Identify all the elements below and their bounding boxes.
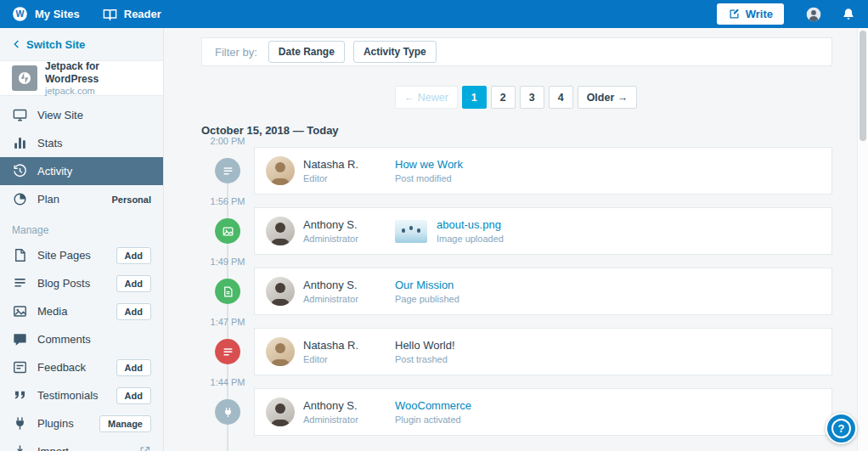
manage-plugins-button[interactable]: Manage — [99, 415, 151, 432]
event-time: 1:56 PM — [201, 196, 254, 206]
add-media-button[interactable]: Add — [116, 303, 151, 320]
actor-name: Anthony S. — [303, 279, 358, 291]
page-1-button[interactable]: 1 — [462, 86, 487, 109]
notifications-button[interactable] — [831, 0, 868, 28]
sidebar-item-feedback[interactable]: Feedback Add — [0, 353, 163, 381]
write-button[interactable]: Write — [717, 3, 784, 25]
activity-type-filter-button[interactable]: Activity Type — [353, 41, 437, 63]
event-card: Natasha R. Editor Hello World! Post tras… — [254, 328, 832, 375]
newer-page-button[interactable]: ← Newer — [395, 86, 458, 109]
chevron-left-icon — [10, 37, 24, 51]
pagination: ← Newer 1 2 3 4 Older → — [164, 86, 868, 109]
sidebar-item-plan[interactable]: Plan Personal — [0, 185, 163, 213]
add-feedback-button[interactable]: Add — [116, 359, 151, 376]
reader-icon — [102, 6, 118, 22]
sidebar-item-site-pages[interactable]: Site Pages Add — [0, 241, 163, 269]
event-action: Post modified — [395, 173, 463, 183]
bell-icon — [841, 7, 856, 22]
avatar — [266, 397, 295, 426]
event-title-link[interactable]: Our Mission — [395, 279, 459, 291]
scrollbar-track — [857, 28, 868, 451]
plan-icon — [12, 191, 28, 207]
event-card: Anthony S. Administrator Our Mission Pag… — [254, 268, 832, 315]
event-title-link[interactable]: How we Work — [395, 158, 463, 171]
comments-icon — [12, 331, 28, 347]
event-card: Natasha R. Editor How we Work Post modif… — [254, 147, 832, 194]
help-button[interactable]: ? — [826, 413, 857, 444]
sidebar-item-label: Comments — [37, 333, 91, 346]
sidebar-item-label: Plan — [37, 193, 59, 206]
avatar — [266, 156, 295, 185]
image-event-icon — [215, 218, 240, 244]
page-3-button[interactable]: 3 — [520, 86, 544, 109]
masthead: W My Sites Reader Write — [0, 0, 868, 28]
activity-event: 1:47 PM Natasha R. Editor Hello World! — [201, 328, 832, 375]
sidebar-item-plugins[interactable]: Plugins Manage — [0, 409, 163, 437]
reader-menu[interactable]: Reader — [91, 0, 172, 28]
avatar — [266, 217, 295, 245]
external-link-icon — [138, 445, 151, 451]
event-card: Anthony S. Administrator about-us.png Im… — [254, 207, 832, 255]
actor-role: Administrator — [303, 414, 358, 425]
wordpress-logo-icon: W — [11, 5, 29, 23]
sidebar-item-testimonials[interactable]: Testimonials Add — [0, 381, 163, 409]
date-range-header: October 15, 2018 — Today — [201, 124, 868, 137]
sidebar-item-comments[interactable]: Comments — [0, 325, 163, 353]
sidebar-item-label: Media — [37, 305, 67, 318]
profile-menu-button[interactable] — [796, 0, 831, 28]
quote-icon — [12, 387, 28, 403]
sidebar-item-label: View Site — [37, 109, 83, 121]
event-time: 1:47 PM — [201, 317, 254, 327]
sidebar-item-view-site[interactable]: View Site — [0, 101, 163, 129]
date-range-filter-button[interactable]: Date Range — [268, 41, 345, 63]
my-sites-label: My Sites — [35, 8, 80, 20]
sidebar-item-label: Site Pages — [37, 249, 91, 262]
page-event-icon — [215, 279, 240, 304]
add-post-button[interactable]: Add — [116, 275, 151, 292]
older-page-button[interactable]: Older → — [578, 86, 638, 109]
plan-badge: Personal — [112, 194, 151, 205]
avatar — [266, 337, 295, 366]
stats-icon — [12, 135, 28, 151]
sidebar-item-media[interactable]: Media Add — [0, 297, 163, 325]
sidebar-item-label: Activity — [37, 165, 72, 178]
jetpack-site-icon — [12, 65, 37, 91]
page-4-button[interactable]: 4 — [549, 86, 573, 109]
my-sites-menu[interactable]: W My Sites — [0, 0, 91, 28]
sidebar-item-activity[interactable]: Activity — [0, 157, 163, 185]
event-title-link[interactable]: WooCommerce — [395, 399, 471, 412]
plugin-icon — [12, 415, 28, 431]
current-site-card[interactable]: Jetpack for WordPress jetpack.com — [0, 60, 163, 96]
svg-text:W: W — [16, 8, 25, 19]
sidebar-item-import[interactable]: Import — [0, 437, 163, 451]
import-icon — [12, 443, 28, 451]
switch-site-label: Switch Site — [26, 38, 85, 51]
actor-name: Natasha R. — [303, 339, 358, 352]
sidebar-item-label: Feedback — [37, 361, 86, 374]
image-thumbnail[interactable] — [395, 220, 427, 243]
scrollbar-thumb[interactable] — [860, 31, 866, 141]
sidebar-item-blog-posts[interactable]: Blog Posts Add — [0, 269, 163, 297]
actor-role: Editor — [303, 173, 358, 183]
event-time: 1:44 PM — [201, 377, 254, 387]
add-testimonial-button[interactable]: Add — [116, 387, 151, 404]
event-title-link[interactable]: about-us.png — [437, 218, 504, 231]
posts-icon — [12, 275, 28, 291]
page-2-button[interactable]: 2 — [491, 86, 516, 109]
sidebar: Switch Site Jetpack for WordPress jetpac… — [0, 28, 164, 451]
event-time: 2:00 PM — [201, 136, 254, 146]
activity-event: 1:44 PM Anthony S. Administrator WooComm… — [201, 388, 832, 436]
write-icon — [728, 8, 741, 20]
sidebar-item-stats[interactable]: Stats — [0, 129, 163, 157]
activity-log-main: Filter by: Date Range Activity Type ← Ne… — [164, 28, 868, 451]
profile-avatar-icon — [805, 6, 822, 23]
site-name: Jetpack for WordPress — [45, 60, 151, 85]
activity-event: 1:49 PM Anthony S. Administrator Our Mis… — [201, 268, 832, 315]
media-icon — [12, 303, 28, 319]
reader-label: Reader — [124, 8, 161, 20]
switch-site-link[interactable]: Switch Site — [0, 28, 163, 60]
actor-role: Administrator — [303, 294, 358, 304]
add-page-button[interactable]: Add — [116, 247, 151, 264]
pages-icon — [12, 247, 28, 263]
event-action: Page published — [395, 294, 459, 304]
